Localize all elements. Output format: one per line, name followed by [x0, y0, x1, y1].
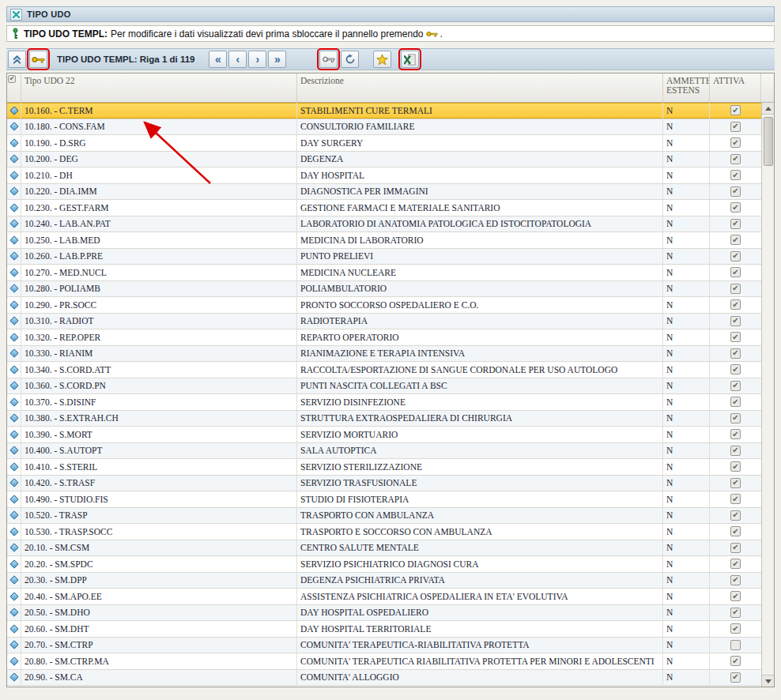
- row-ammette-cell: N: [663, 265, 710, 280]
- row-marker-icon: [9, 333, 18, 341]
- scroll-thumb[interactable]: [764, 117, 773, 166]
- table-row[interactable]: 10.410. - S.STERILSERVIZIO STERILIZZAZIO…: [7, 459, 761, 476]
- table-row[interactable]: 10.250. - LAB.MEDMEDICINA DI LABORATORIO…: [7, 232, 761, 249]
- row-tipo-cell: 10.220. - DIA.IMM: [21, 184, 297, 200]
- table-row[interactable]: 10.270. - MED.NUCLMEDICINA NUCLEAREN✔: [7, 265, 761, 281]
- table-row[interactable]: 10.180. - CONS.FAMCONSULTORIO FAMILIAREN…: [7, 119, 761, 136]
- table-row[interactable]: 20.70. - SM.CTRPCOMUNITA' TERAPEUTICA-RI…: [7, 638, 761, 654]
- row-descrizione-cell: TRASPORTO E SOCCORSO CON AMBULANZA: [297, 524, 663, 540]
- row-tipo-cell: 20.50. - SM.DHO: [21, 605, 297, 621]
- table-row[interactable]: 10.220. - DIA.IMMDIAGNOSTICA PER IMMAGIN…: [7, 184, 761, 201]
- nav-prev-button[interactable]: ‹: [228, 51, 247, 68]
- row-marker-cell: [7, 167, 21, 183]
- table-row[interactable]: 20.90. - SM.CACOMUNITA' ALLOGGION✔: [7, 670, 761, 687]
- header-descrizione[interactable]: Descrizione: [297, 73, 663, 102]
- excel-export-button[interactable]: [401, 51, 419, 68]
- table-row[interactable]: 10.340. - S.CORD.ATTRACCOLTA/ESPORTAZION…: [7, 362, 761, 378]
- header-tipo[interactable]: Tipo UDO 22: [21, 73, 297, 102]
- row-marker-cell: [7, 232, 21, 248]
- table-row[interactable]: 10.200. - DEGDEGENZAN✔: [7, 152, 761, 168]
- table-row[interactable]: 20.30. - SM.DPPDEGENZA PSICHIATRICA PRIV…: [7, 573, 761, 589]
- row-attiva-cell: ✔: [710, 167, 761, 183]
- table-row[interactable]: 10.310. - RADIOTRADIOTERAPIAN✔: [7, 314, 761, 330]
- table-row[interactable]: 20.40. - SM.APO.EEASSISTENZA PSICHIATRIC…: [7, 589, 761, 605]
- attiva-checkbox: ✔: [730, 429, 741, 439]
- table-row[interactable]: 20.60. - SM.DHTDAY HOSPITAL TERRITORIALE…: [7, 621, 761, 638]
- row-marker-cell: [7, 476, 21, 491]
- table-row[interactable]: 20.10. - SM.CSMCENTRO SALUTE MENTALEN✔: [7, 540, 761, 557]
- row-attiva-cell: ✔: [710, 556, 761, 572]
- row-attiva-cell: ✔: [710, 232, 761, 248]
- attiva-checkbox: ✔: [730, 494, 741, 504]
- table-row[interactable]: 10.380. - S.EXTRAH.CHSTRUTTURA EXTRAOSPE…: [7, 411, 761, 427]
- header-attiva[interactable]: ATTIVA: [710, 73, 761, 102]
- row-marker-cell: [7, 103, 21, 119]
- row-ammette-cell: N: [663, 621, 710, 637]
- info-text: Per modificare i dati visualizzati devi …: [111, 28, 424, 40]
- row-descrizione-cell: DEGENZA: [297, 152, 663, 167]
- table-row[interactable]: 10.360. - S.CORD.PNPUNTI NASCITA COLLEGA…: [7, 378, 761, 395]
- row-ammette-cell: N: [663, 459, 710, 475]
- attiva-checkbox: ✔: [730, 672, 741, 683]
- header-ammette[interactable]: AMMETTE ESTENS: [663, 73, 710, 102]
- table-row[interactable]: 10.400. - S.AUTOPTSALA AUTOPTICAN✔: [7, 443, 761, 460]
- refresh-icon: [345, 54, 356, 65]
- row-marker-icon: [9, 349, 18, 358]
- table-row[interactable]: 20.50. - SM.DHODAY HOSPITAL OSPEDALIERON…: [7, 605, 761, 622]
- row-marker-icon: [9, 462, 18, 471]
- table-row[interactable]: 10.530. - TRASP.SOCCTRASPORTO E SOCCORSO…: [7, 524, 761, 540]
- table-row[interactable]: 10.420. - S.TRASFSERVIZIO TRASFUSIONALEN…: [7, 476, 761, 492]
- table-row[interactable]: 10.160. - C.TERMSTABILIMENTI CURE TERMAL…: [7, 103, 761, 119]
- row-descrizione-cell: COMUNITA' ALLOGGIO: [297, 670, 663, 686]
- nav-last-button[interactable]: »: [268, 51, 286, 68]
- table-row[interactable]: 10.240. - LAB.AN.PATLABORATORIO DI ANATO…: [7, 216, 761, 233]
- row-marker-cell: [7, 589, 21, 604]
- table-header: ✔ Tipo UDO 22 Descrizione AMMETTE ESTENS…: [7, 73, 774, 103]
- row-descrizione-cell: PRONTO SOCCORSO OSPEDALIERO E C.O.: [297, 297, 663, 313]
- row-attiva-cell: ✔: [710, 216, 761, 232]
- nav-next-button[interactable]: ›: [248, 51, 266, 68]
- table-row[interactable]: 20.80. - SM.CTRP.MACOMUNITA' TERAPEUTICA…: [7, 653, 761, 670]
- table-row[interactable]: 10.490. - STUDIO.FISSTUDIO DI FISIOTERAP…: [7, 491, 761, 508]
- row-marker-icon: [9, 657, 18, 665]
- row-attiva-cell: ✔: [710, 346, 761, 362]
- table-row[interactable]: 10.280. - POLIAMBPOLIAMBULATORION✔: [7, 281, 761, 298]
- row-descrizione-cell: RACCOLTA/ESPORTAZIONE DI SANGUE CORDONAL…: [297, 362, 663, 378]
- row-descrizione-cell: PUNTI NASCITA COLLEGATI A BSC: [297, 378, 663, 394]
- row-attiva-cell: ✔: [710, 573, 761, 589]
- row-ammette-cell: N: [663, 638, 710, 653]
- row-marker-icon: [9, 300, 18, 309]
- row-tipo-cell: 10.210. - DH: [21, 167, 297, 183]
- scroll-down-button[interactable]: [762, 675, 774, 687]
- table-row[interactable]: 10.190. - D.SRGDAY SURGERYN✔: [7, 135, 761, 152]
- select-all-checkbox[interactable]: ✔: [8, 75, 16, 83]
- table-row[interactable]: 10.290. - PR.SOCCPRONTO SOCCORSO OSPEDAL…: [7, 297, 761, 314]
- row-marker-cell: [7, 540, 21, 556]
- table-row[interactable]: 10.330. - RIANIMRIANIMAZIONE E TERAPIA I…: [7, 346, 761, 363]
- scroll-up-button[interactable]: [762, 103, 774, 115]
- table-row[interactable]: 10.390. - S.MORTSERVIZIO MORTUARION✔: [7, 427, 761, 443]
- vertical-scrollbar[interactable]: [761, 103, 774, 687]
- table-row[interactable]: 10.230. - GEST.FARMGESTIONE FARMACI E MA…: [7, 200, 761, 216]
- refresh-button[interactable]: [341, 51, 359, 68]
- row-marker-icon: [9, 511, 18, 520]
- collapse-panel-button[interactable]: [8, 51, 26, 68]
- table-row[interactable]: 20.20. - SM.SPDCSERVIZIO PSICHIATRICO DI…: [7, 556, 761, 573]
- unlock-all-button[interactable]: [319, 51, 338, 68]
- row-tipo-cell: 10.380. - S.EXTRAH.CH: [21, 411, 297, 427]
- close-icon[interactable]: [10, 9, 22, 21]
- table-row[interactable]: 10.260. - LAB.P.PREPUNTO PRELIEVIN✔: [7, 249, 761, 265]
- row-attiva-cell: ✔: [710, 491, 761, 507]
- table-row[interactable]: 10.370. - S.DISINFSERVIZIO DISINFEZIONEN…: [7, 394, 761, 411]
- row-attiva-cell: ✔: [710, 476, 761, 491]
- nav-first-button[interactable]: «: [209, 51, 227, 68]
- table-row[interactable]: 10.320. - REP.OPERREPARTO OPERATORION✔: [7, 329, 761, 346]
- table-row[interactable]: 10.520. - TRASPTRASPORTO CON AMBULANZAN✔: [7, 508, 761, 525]
- favorites-button[interactable]: [373, 51, 391, 68]
- table-row[interactable]: 10.210. - DHDAY HOSPITALN✔: [7, 167, 761, 184]
- unlock-panel-button[interactable]: [29, 51, 47, 68]
- row-descrizione-cell: COMUNITA' TERAPEUTICA RIABILITATIVA PROT…: [297, 653, 663, 669]
- row-ammette-cell: N: [663, 135, 710, 151]
- row-attiva-cell: ✔: [710, 152, 761, 167]
- title-bar: TIPO UDO: [6, 6, 775, 22]
